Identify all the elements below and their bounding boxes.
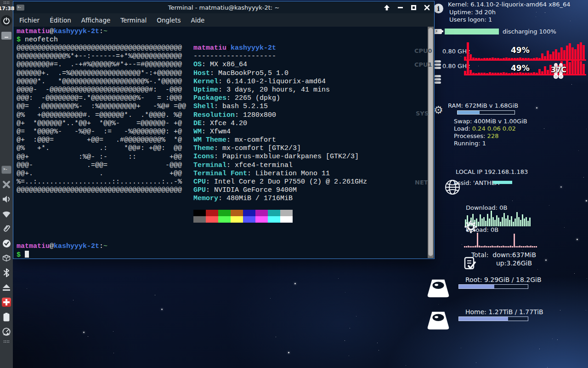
upload-graph	[464, 233, 541, 247]
battery-status: discharging 100%	[503, 28, 556, 35]
conky-uptime: Uptime: 3d 20h	[449, 9, 496, 16]
battery-icon	[3, 312, 10, 322]
palette-swatch	[243, 216, 255, 223]
menu-onglets[interactable]: Onglets	[152, 17, 186, 24]
neofetch-info-row: OS: MX x86_64	[193, 61, 367, 69]
gauge-icon	[2, 328, 11, 336]
load-text: Load: 0.24 0.06 0.02	[454, 125, 516, 132]
neofetch-info-row: Terminal Font: Liberation Mono 11	[193, 170, 367, 178]
palette-swatch	[280, 210, 293, 216]
cpu0-load: 49%	[511, 46, 530, 55]
terminal-cursor	[25, 251, 29, 258]
neofetch-info-row: Terminal: xfce4-terminal	[193, 161, 367, 170]
volume-button[interactable]	[0, 193, 12, 205]
info-icon: i	[434, 4, 443, 13]
battery-level-bar	[445, 29, 499, 34]
wifi-button[interactable]	[0, 208, 12, 220]
running-text: Running: 1	[454, 140, 486, 147]
neofetch-info-row: Memory: 480MiB / 1716MiB	[193, 195, 367, 203]
menu-terminal[interactable]: Terminal	[115, 17, 152, 24]
battery-button[interactable]	[0, 311, 12, 323]
check-circle-icon	[2, 239, 11, 248]
conky-sys-label: SYS	[416, 110, 429, 117]
processes-text: Processes: 228	[454, 132, 498, 139]
maximize-button[interactable]	[410, 4, 417, 11]
menu-edition[interactable]: Édition	[45, 17, 76, 24]
neofetch-ascii: @@@@@@@@@@@@@@@@@@@@@@@@@@@@@@@@@@@@@@@@…	[17, 44, 186, 195]
palette-swatch	[193, 216, 206, 223]
close-x-icon	[2, 180, 11, 189]
paperclip-icon	[2, 224, 11, 233]
conky-cpu1-label: CPU1	[414, 61, 432, 68]
clock: 17:38	[0, 6, 15, 12]
hdd-home-icon	[414, 303, 451, 340]
color-palette-row2	[193, 216, 293, 223]
download-text: Download: 0B	[466, 204, 507, 211]
panel-grip-handle-bottom[interactable]	[3, 340, 10, 343]
terminal-window: >- Terminal - matmatiu@kashyyyk-2t: ~ Fi…	[13, 1, 435, 259]
root-disk-bar	[458, 284, 528, 289]
archive-manager-button[interactable]	[0, 29, 12, 41]
terminal-screen[interactable]: matmatiu@kashyyyk-2t:~ $ neofetch @@@@@@…	[14, 27, 428, 258]
palette-swatch	[255, 210, 268, 216]
menu-aide[interactable]: Aide	[186, 17, 209, 24]
conky-cpu0-label: CPU0	[414, 47, 432, 54]
neofetch-info-row: Kernel: 6.14.10-2-liquorix-amd64	[193, 78, 367, 86]
prompt-line-bottom: matmatiu@kashyyyk-2t:~	[17, 242, 107, 251]
neofetch-title: matmatiu@kashyyyk-2t	[193, 44, 367, 52]
titlebar[interactable]: >- Terminal - matmatiu@kashyyyk-2t: ~	[13, 1, 434, 13]
minimize-icon	[398, 7, 403, 8]
minimize-button[interactable]	[396, 4, 404, 11]
palette-swatch	[268, 216, 280, 223]
palette-swatch	[206, 210, 218, 216]
palette-swatch	[193, 210, 206, 216]
attachments-button[interactable]	[0, 223, 12, 235]
ram-bar	[457, 110, 515, 115]
disk-usage-button[interactable]	[0, 326, 12, 338]
bluetooth-button[interactable]	[0, 267, 12, 279]
system-health-button[interactable]	[0, 296, 12, 308]
first-aid-icon	[2, 298, 11, 307]
neofetch-info-row: DE: Xfce 4.20	[193, 120, 367, 128]
neofetch-info-row: Theme: mx-comfort [GTK2/3]	[193, 144, 367, 153]
wifi-icon	[2, 210, 11, 218]
neofetch-info-row: Packages: 2265 (dpkg)	[193, 94, 367, 103]
cpu1-load: 49%	[511, 63, 530, 73]
neofetch-info-row: Uptime: 3 days, 20 hours, 41 mins	[193, 86, 367, 94]
ram-text: RAM: 672MiB v 1.68GiB	[448, 102, 518, 109]
neofetch-info-row: CPU: Intel Core 2 Duo P7550 (2) @ 2.261G…	[193, 178, 367, 186]
menu-fichier[interactable]: Fichier	[14, 17, 45, 24]
terminal-launcher-button[interactable]: >-	[0, 164, 12, 176]
neofetch-info: matmatiu@kashyyyk-2t -------------------…	[193, 44, 367, 203]
local-ip: LOCAL IP 192.168.1.183	[456, 168, 528, 175]
swap-text: Swap: 400MiB v 1.00GiB	[454, 118, 527, 125]
close-window-button[interactable]	[0, 178, 12, 190]
close-button[interactable]	[423, 4, 430, 11]
neofetch-info-row: Icons: Papirus-mxblue-darkpanes [GTK2/3]	[193, 153, 367, 161]
hdd-root-icon	[414, 270, 451, 308]
panel-grip-handle[interactable]	[3, 1, 10, 4]
palette-swatch	[231, 210, 243, 216]
neofetch-info-row: GPU: NVIDIA GeForce 9400M	[193, 186, 367, 195]
home-disk-bar	[458, 316, 528, 321]
eject-button[interactable]	[0, 282, 12, 293]
neofetch-info-row: WM: Xfwm4	[193, 128, 367, 136]
taskbar-panel: 17:38 >-	[0, 0, 13, 368]
menu-affichage[interactable]: Affichage	[76, 17, 115, 24]
package-manager-button[interactable]	[0, 252, 12, 264]
shade-up-arrow-icon	[384, 5, 390, 11]
wifi-signal-bar	[493, 181, 512, 184]
conky-net-label: NET	[415, 179, 428, 186]
logout-button[interactable]	[0, 15, 12, 27]
conky-users: Users logon: 1	[449, 16, 492, 23]
close-icon	[424, 5, 430, 11]
window-title: Terminal - matmatiu@kashyyyk-2t: ~	[168, 4, 280, 11]
neofetch-info-row: Shell: bash 5.2.15	[193, 103, 367, 111]
updates-ok-button[interactable]	[0, 237, 12, 249]
bluetooth-icon	[3, 268, 10, 277]
shade-button[interactable]	[383, 4, 390, 11]
palette-swatch	[231, 216, 243, 223]
eject-icon	[2, 284, 11, 291]
palette-swatch	[280, 216, 293, 223]
conky-kernel: Kernel: 6.14.10-2-liquorix-amd64 x86_64	[448, 1, 570, 8]
